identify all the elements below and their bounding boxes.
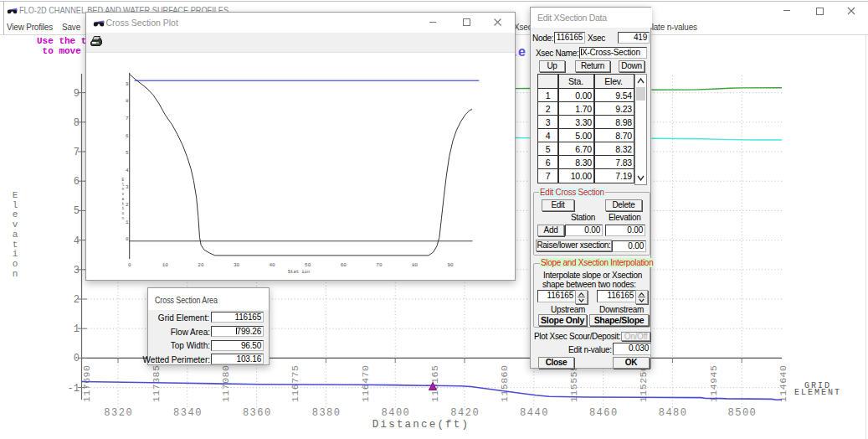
svg-text:8360: 8360	[243, 407, 272, 419]
svg-text:a: a	[13, 230, 18, 240]
svg-text:8460: 8460	[589, 407, 619, 419]
svg-text:8400: 8400	[381, 407, 410, 419]
svg-text:80: 80	[412, 262, 419, 268]
svg-text:90: 90	[447, 262, 454, 268]
svg-text:117690: 117690	[81, 365, 92, 402]
svg-text:1: 1	[74, 323, 80, 335]
svg-text:117385: 117385	[151, 365, 162, 402]
svg-text:e: e	[13, 209, 18, 220]
svg-text:0: 0	[128, 262, 131, 268]
svg-text:40: 40	[269, 262, 275, 268]
svg-text:20: 20	[198, 262, 204, 268]
svg-text:E: E	[122, 178, 125, 182]
svg-text:10: 10	[162, 262, 169, 268]
svg-text:8: 8	[126, 98, 129, 104]
svg-text:8340: 8340	[173, 407, 203, 419]
svg-text:e: e	[122, 187, 125, 191]
svg-text:3: 3	[126, 184, 129, 190]
svg-text:6: 6	[126, 133, 129, 139]
svg-text:70: 70	[376, 262, 383, 268]
svg-text:114945: 114945	[708, 365, 719, 402]
svg-text:1: 1	[126, 220, 129, 225]
svg-text:v: v	[122, 192, 125, 196]
svg-text:5: 5	[74, 205, 80, 217]
svg-text:0: 0	[74, 353, 80, 364]
svg-text:115860: 115860	[499, 365, 510, 402]
svg-text:8480: 8480	[659, 407, 688, 419]
svg-text:4: 4	[126, 168, 129, 173]
svg-text:t: t	[13, 240, 18, 250]
svg-text:8500: 8500	[727, 407, 757, 419]
svg-text:E: E	[13, 190, 18, 200]
svg-text:n: n	[13, 269, 18, 279]
svg-text:8380: 8380	[312, 407, 342, 419]
svg-text:8320: 8320	[104, 407, 133, 419]
svg-text:a: a	[122, 197, 125, 201]
svg-text:116775: 116775	[290, 365, 300, 402]
svg-text:114640: 114640	[778, 365, 788, 402]
svg-text:4: 4	[74, 235, 80, 247]
svg-text:6: 6	[74, 176, 80, 188]
svg-text:8440: 8440	[520, 407, 549, 419]
svg-text:7: 7	[126, 116, 129, 121]
svg-text:3: 3	[74, 265, 80, 276]
svg-text:ELEMENT: ELEMENT	[794, 388, 841, 397]
svg-text:2: 2	[74, 294, 80, 306]
svg-text:60: 60	[341, 262, 347, 268]
svg-text:7: 7	[74, 147, 80, 158]
svg-text:9: 9	[126, 81, 129, 87]
svg-text:8420: 8420	[450, 407, 480, 419]
svg-text:116165: 116165	[429, 365, 440, 402]
svg-text:t: t	[122, 202, 125, 206]
svg-text:Distance(ft): Distance(ft)	[372, 419, 470, 431]
svg-text:115250: 115250	[638, 365, 649, 402]
svg-text:5: 5	[126, 150, 129, 156]
svg-text:o: o	[122, 211, 125, 215]
svg-text:v: v	[13, 220, 18, 230]
svg-text:i: i	[122, 206, 125, 210]
svg-text:30: 30	[234, 262, 240, 268]
svg-text:50: 50	[305, 262, 311, 268]
svg-text:i: i	[13, 249, 18, 259]
svg-text:Stat ion: Stat ion	[288, 269, 310, 275]
svg-text:2: 2	[126, 202, 129, 208]
svg-text:l: l	[13, 200, 18, 210]
svg-text:o: o	[13, 259, 18, 269]
svg-text:116470: 116470	[360, 365, 371, 402]
svg-text:9: 9	[74, 88, 80, 100]
svg-text:0: 0	[126, 236, 129, 242]
svg-text:-1: -1	[68, 383, 80, 395]
svg-text:n: n	[122, 216, 125, 220]
svg-text:8: 8	[74, 117, 80, 129]
svg-text:l: l	[122, 183, 125, 187]
